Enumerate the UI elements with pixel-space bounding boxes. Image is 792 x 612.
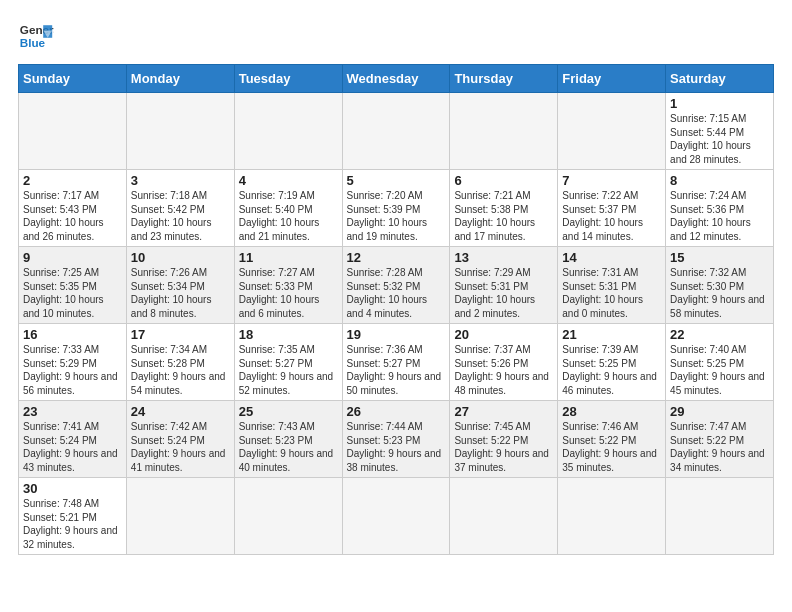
calendar-cell: 3Sunrise: 7:18 AM Sunset: 5:42 PM Daylig… bbox=[126, 170, 234, 247]
day-info: Sunrise: 7:15 AM Sunset: 5:44 PM Dayligh… bbox=[670, 112, 769, 166]
calendar-cell bbox=[450, 93, 558, 170]
day-number: 28 bbox=[562, 404, 661, 419]
calendar-cell bbox=[19, 93, 127, 170]
day-number: 24 bbox=[131, 404, 230, 419]
calendar-cell: 13Sunrise: 7:29 AM Sunset: 5:31 PM Dayli… bbox=[450, 247, 558, 324]
calendar-week-row: 2Sunrise: 7:17 AM Sunset: 5:43 PM Daylig… bbox=[19, 170, 774, 247]
day-info: Sunrise: 7:39 AM Sunset: 5:25 PM Dayligh… bbox=[562, 343, 661, 397]
calendar-cell: 2Sunrise: 7:17 AM Sunset: 5:43 PM Daylig… bbox=[19, 170, 127, 247]
day-number: 16 bbox=[23, 327, 122, 342]
day-info: Sunrise: 7:47 AM Sunset: 5:22 PM Dayligh… bbox=[670, 420, 769, 474]
day-number: 15 bbox=[670, 250, 769, 265]
day-number: 10 bbox=[131, 250, 230, 265]
calendar-table: SundayMondayTuesdayWednesdayThursdayFrid… bbox=[18, 64, 774, 555]
calendar-cell bbox=[126, 93, 234, 170]
day-info: Sunrise: 7:46 AM Sunset: 5:22 PM Dayligh… bbox=[562, 420, 661, 474]
calendar-cell: 28Sunrise: 7:46 AM Sunset: 5:22 PM Dayli… bbox=[558, 401, 666, 478]
calendar-cell: 12Sunrise: 7:28 AM Sunset: 5:32 PM Dayli… bbox=[342, 247, 450, 324]
day-info: Sunrise: 7:20 AM Sunset: 5:39 PM Dayligh… bbox=[347, 189, 446, 243]
day-info: Sunrise: 7:24 AM Sunset: 5:36 PM Dayligh… bbox=[670, 189, 769, 243]
calendar-cell: 10Sunrise: 7:26 AM Sunset: 5:34 PM Dayli… bbox=[126, 247, 234, 324]
day-number: 26 bbox=[347, 404, 446, 419]
day-number: 29 bbox=[670, 404, 769, 419]
weekday-header-row: SundayMondayTuesdayWednesdayThursdayFrid… bbox=[19, 65, 774, 93]
day-number: 17 bbox=[131, 327, 230, 342]
calendar-cell: 1Sunrise: 7:15 AM Sunset: 5:44 PM Daylig… bbox=[666, 93, 774, 170]
calendar-cell: 7Sunrise: 7:22 AM Sunset: 5:37 PM Daylig… bbox=[558, 170, 666, 247]
calendar-cell: 19Sunrise: 7:36 AM Sunset: 5:27 PM Dayli… bbox=[342, 324, 450, 401]
calendar-cell bbox=[558, 93, 666, 170]
day-info: Sunrise: 7:41 AM Sunset: 5:24 PM Dayligh… bbox=[23, 420, 122, 474]
calendar-cell: 29Sunrise: 7:47 AM Sunset: 5:22 PM Dayli… bbox=[666, 401, 774, 478]
calendar-cell: 25Sunrise: 7:43 AM Sunset: 5:23 PM Dayli… bbox=[234, 401, 342, 478]
day-number: 3 bbox=[131, 173, 230, 188]
calendar-cell: 14Sunrise: 7:31 AM Sunset: 5:31 PM Dayli… bbox=[558, 247, 666, 324]
calendar-cell: 9Sunrise: 7:25 AM Sunset: 5:35 PM Daylig… bbox=[19, 247, 127, 324]
day-info: Sunrise: 7:34 AM Sunset: 5:28 PM Dayligh… bbox=[131, 343, 230, 397]
calendar-week-row: 16Sunrise: 7:33 AM Sunset: 5:29 PM Dayli… bbox=[19, 324, 774, 401]
weekday-header-friday: Friday bbox=[558, 65, 666, 93]
calendar-cell: 20Sunrise: 7:37 AM Sunset: 5:26 PM Dayli… bbox=[450, 324, 558, 401]
calendar-cell: 16Sunrise: 7:33 AM Sunset: 5:29 PM Dayli… bbox=[19, 324, 127, 401]
calendar-cell: 26Sunrise: 7:44 AM Sunset: 5:23 PM Dayli… bbox=[342, 401, 450, 478]
calendar-cell: 5Sunrise: 7:20 AM Sunset: 5:39 PM Daylig… bbox=[342, 170, 450, 247]
day-info: Sunrise: 7:35 AM Sunset: 5:27 PM Dayligh… bbox=[239, 343, 338, 397]
calendar-week-row: 1Sunrise: 7:15 AM Sunset: 5:44 PM Daylig… bbox=[19, 93, 774, 170]
calendar-cell: 23Sunrise: 7:41 AM Sunset: 5:24 PM Dayli… bbox=[19, 401, 127, 478]
day-info: Sunrise: 7:22 AM Sunset: 5:37 PM Dayligh… bbox=[562, 189, 661, 243]
calendar-cell: 22Sunrise: 7:40 AM Sunset: 5:25 PM Dayli… bbox=[666, 324, 774, 401]
day-info: Sunrise: 7:37 AM Sunset: 5:26 PM Dayligh… bbox=[454, 343, 553, 397]
day-number: 5 bbox=[347, 173, 446, 188]
day-number: 23 bbox=[23, 404, 122, 419]
day-number: 12 bbox=[347, 250, 446, 265]
day-info: Sunrise: 7:42 AM Sunset: 5:24 PM Dayligh… bbox=[131, 420, 230, 474]
calendar-cell bbox=[558, 478, 666, 555]
day-info: Sunrise: 7:31 AM Sunset: 5:31 PM Dayligh… bbox=[562, 266, 661, 320]
day-info: Sunrise: 7:28 AM Sunset: 5:32 PM Dayligh… bbox=[347, 266, 446, 320]
day-info: Sunrise: 7:33 AM Sunset: 5:29 PM Dayligh… bbox=[23, 343, 122, 397]
calendar-cell: 21Sunrise: 7:39 AM Sunset: 5:25 PM Dayli… bbox=[558, 324, 666, 401]
calendar-cell: 6Sunrise: 7:21 AM Sunset: 5:38 PM Daylig… bbox=[450, 170, 558, 247]
day-number: 27 bbox=[454, 404, 553, 419]
calendar-week-row: 23Sunrise: 7:41 AM Sunset: 5:24 PM Dayli… bbox=[19, 401, 774, 478]
day-number: 21 bbox=[562, 327, 661, 342]
calendar-cell: 11Sunrise: 7:27 AM Sunset: 5:33 PM Dayli… bbox=[234, 247, 342, 324]
day-number: 8 bbox=[670, 173, 769, 188]
day-number: 13 bbox=[454, 250, 553, 265]
day-info: Sunrise: 7:48 AM Sunset: 5:21 PM Dayligh… bbox=[23, 497, 122, 551]
day-info: Sunrise: 7:36 AM Sunset: 5:27 PM Dayligh… bbox=[347, 343, 446, 397]
day-number: 30 bbox=[23, 481, 122, 496]
day-info: Sunrise: 7:29 AM Sunset: 5:31 PM Dayligh… bbox=[454, 266, 553, 320]
calendar-cell: 24Sunrise: 7:42 AM Sunset: 5:24 PM Dayli… bbox=[126, 401, 234, 478]
logo-icon: General Blue bbox=[18, 18, 54, 54]
day-info: Sunrise: 7:32 AM Sunset: 5:30 PM Dayligh… bbox=[670, 266, 769, 320]
calendar-week-row: 30Sunrise: 7:48 AM Sunset: 5:21 PM Dayli… bbox=[19, 478, 774, 555]
logo: General Blue bbox=[18, 18, 54, 54]
day-number: 2 bbox=[23, 173, 122, 188]
weekday-header-thursday: Thursday bbox=[450, 65, 558, 93]
day-info: Sunrise: 7:44 AM Sunset: 5:23 PM Dayligh… bbox=[347, 420, 446, 474]
day-number: 19 bbox=[347, 327, 446, 342]
weekday-header-monday: Monday bbox=[126, 65, 234, 93]
day-number: 4 bbox=[239, 173, 338, 188]
calendar-week-row: 9Sunrise: 7:25 AM Sunset: 5:35 PM Daylig… bbox=[19, 247, 774, 324]
calendar-cell bbox=[342, 93, 450, 170]
calendar-cell bbox=[234, 93, 342, 170]
day-number: 1 bbox=[670, 96, 769, 111]
day-info: Sunrise: 7:18 AM Sunset: 5:42 PM Dayligh… bbox=[131, 189, 230, 243]
header: General Blue bbox=[18, 18, 774, 54]
calendar-cell: 4Sunrise: 7:19 AM Sunset: 5:40 PM Daylig… bbox=[234, 170, 342, 247]
day-info: Sunrise: 7:45 AM Sunset: 5:22 PM Dayligh… bbox=[454, 420, 553, 474]
calendar-cell bbox=[450, 478, 558, 555]
weekday-header-saturday: Saturday bbox=[666, 65, 774, 93]
day-info: Sunrise: 7:25 AM Sunset: 5:35 PM Dayligh… bbox=[23, 266, 122, 320]
svg-text:Blue: Blue bbox=[20, 36, 46, 49]
day-info: Sunrise: 7:27 AM Sunset: 5:33 PM Dayligh… bbox=[239, 266, 338, 320]
day-number: 22 bbox=[670, 327, 769, 342]
day-number: 6 bbox=[454, 173, 553, 188]
calendar-cell: 17Sunrise: 7:34 AM Sunset: 5:28 PM Dayli… bbox=[126, 324, 234, 401]
day-number: 25 bbox=[239, 404, 338, 419]
calendar-cell bbox=[342, 478, 450, 555]
calendar-cell bbox=[234, 478, 342, 555]
day-info: Sunrise: 7:43 AM Sunset: 5:23 PM Dayligh… bbox=[239, 420, 338, 474]
